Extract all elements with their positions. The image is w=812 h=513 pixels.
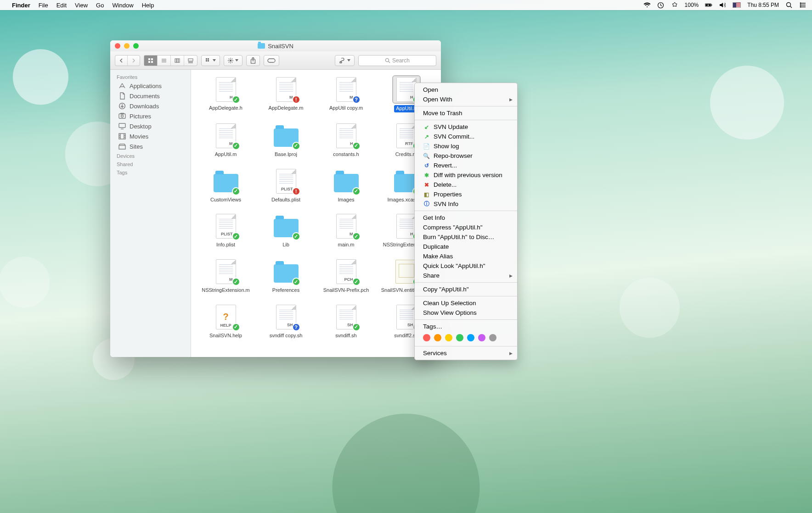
file-item[interactable]: PLIST!Defaults.plist [256, 168, 316, 203]
window-titlebar[interactable]: SnailSVN [110, 40, 441, 51]
svg-line-37 [232, 58, 233, 59]
sidebar-item-sites[interactable]: Sites [110, 141, 191, 151]
context-menu-item[interactable]: Open With [415, 95, 517, 104]
menubar-window[interactable]: Window [112, 2, 133, 9]
context-menu-item[interactable]: Burn "AppUtil.h" to Disc… [415, 232, 517, 242]
context-menu-item[interactable]: Get Info [415, 213, 517, 223]
sidebar-item-pictures[interactable]: Pictures [110, 111, 191, 121]
file-item[interactable]: ✓Images [316, 168, 376, 203]
arrange-dropdown[interactable] [201, 55, 220, 66]
menubar-app-name[interactable]: Finder [12, 2, 30, 9]
context-menu-item[interactable]: Make Alias [415, 251, 517, 261]
view-list-button[interactable] [158, 56, 171, 66]
tags-button[interactable] [264, 55, 279, 66]
input-source-flag-icon[interactable] [733, 2, 741, 8]
context-menu-item[interactable]: Clean Up Selection [415, 298, 517, 308]
sidebar-item-desktop[interactable]: Desktop [110, 121, 191, 131]
context-menu-item[interactable]: Open [415, 85, 517, 95]
context-menu-svn-item[interactable]: ✖Delete... [415, 180, 517, 190]
nav-back-button[interactable] [115, 56, 128, 66]
tag-color-dot[interactable] [423, 334, 430, 341]
context-menu-svn-item[interactable]: ↺Revert... [415, 161, 517, 170]
file-item[interactable]: H✓constants.h [316, 123, 376, 158]
menubar-extra-icon[interactable] [671, 1, 678, 9]
share-button[interactable] [246, 55, 260, 66]
view-coverflow-button[interactable] [184, 56, 197, 66]
tag-color-dot[interactable] [434, 334, 441, 341]
nav-back-forward [115, 55, 140, 66]
minimize-window-button[interactable] [124, 43, 130, 49]
svg-rect-44 [119, 114, 125, 118]
context-menu-svn-item[interactable]: ⓘSVN Info [415, 199, 517, 209]
battery-icon[interactable] [705, 1, 712, 9]
context-menu-item[interactable]: Show View Options [415, 308, 517, 318]
tag-color-dot[interactable] [456, 334, 463, 341]
context-menu-svn-item[interactable]: ◧Properties [415, 190, 517, 199]
file-item[interactable]: M✓NSStringExtension.m [196, 258, 256, 294]
timemachine-icon[interactable] [657, 1, 665, 9]
tag-color-dot[interactable] [445, 334, 452, 341]
file-item[interactable]: ?HELP✓SnailSVN.help [196, 304, 256, 339]
nav-forward-button[interactable] [128, 56, 140, 66]
svn-action-icon: ↗ [423, 133, 430, 140]
zoom-window-button[interactable] [133, 43, 139, 49]
sidebar-item-label: Applications [130, 83, 162, 89]
close-window-button[interactable] [115, 43, 120, 49]
context-menu-item[interactable]: Duplicate [415, 242, 517, 251]
search-field[interactable]: Search [358, 55, 436, 66]
context-menu-item[interactable]: Share [415, 271, 517, 280]
tag-color-dot[interactable] [478, 334, 485, 341]
view-icon-button[interactable] [144, 56, 158, 66]
context-menu-item[interactable]: Services [415, 348, 517, 358]
tag-color-dot[interactable] [467, 334, 474, 341]
action-dropdown[interactable] [224, 55, 242, 66]
tag-color-dot[interactable] [489, 334, 496, 341]
menubar-help[interactable]: Help [142, 2, 154, 9]
context-menu-svn-item[interactable]: ↙SVN Update [415, 122, 517, 132]
snailsvn-toolbar-dropdown[interactable] [335, 55, 355, 66]
file-item[interactable]: ✓CustomViews [196, 168, 256, 203]
file-item[interactable]: M?AppUtil copy.m [316, 76, 376, 112]
file-label: Base.lproj [275, 151, 297, 158]
menubar-edit[interactable]: Edit [56, 2, 67, 9]
context-menu-item[interactable]: Compress "AppUtil.h" [415, 223, 517, 232]
context-menu-svn-item[interactable]: 🔍Repo-browser [415, 151, 517, 161]
context-menu-svn-item[interactable]: 📄Show log [415, 141, 517, 151]
menubar-go[interactable]: Go [96, 2, 104, 9]
svg-rect-15 [151, 61, 153, 63]
sidebar-item-downloads[interactable]: Downloads [110, 101, 191, 111]
volume-icon[interactable] [719, 1, 726, 9]
context-menu-svn-item[interactable]: ✱Diff with previous version [415, 170, 517, 180]
file-item[interactable]: M✓AppUtil.m [196, 123, 256, 158]
context-menu-svn-item[interactable]: ↗SVN Commit... [415, 132, 517, 141]
battery-percent[interactable]: 100% [685, 2, 699, 8]
menubar-file[interactable]: File [39, 2, 48, 9]
context-menu-item[interactable]: Quick Look "AppUtil.h" [415, 261, 517, 271]
context-menu-tags[interactable]: Tags… [415, 322, 517, 331]
file-item[interactable]: SH✓svndiff.sh [316, 304, 376, 339]
sidebar-item-applications[interactable]: Applications [110, 81, 191, 91]
context-menu-item[interactable]: Move to Trash [415, 108, 517, 118]
file-item[interactable]: ✓Preferences [256, 258, 316, 294]
file-item[interactable]: M!AppDelegate.m [256, 76, 316, 112]
folder-icon: ✓ [213, 168, 239, 195]
file-item[interactable]: H✓AppDelegate.h [196, 76, 256, 112]
file-item[interactable]: PLIST✓Info.plist [196, 213, 256, 248]
view-column-button[interactable] [171, 56, 184, 66]
context-menu-item[interactable]: Copy "AppUtil.h" [415, 284, 517, 294]
file-item[interactable]: PCH✓SnailSVN-Prefix.pch [316, 258, 376, 294]
wifi-icon[interactable] [643, 1, 651, 9]
finder-icon-grid[interactable]: H✓AppDelegate.hM!AppDelegate.mM?AppUtil … [191, 70, 441, 357]
menubar-view[interactable]: View [75, 2, 88, 9]
sidebar-item-documents[interactable]: Documents [110, 91, 191, 101]
file-item[interactable]: M✓main.m [316, 213, 376, 248]
file-item[interactable]: ✓Base.lproj [256, 123, 316, 158]
spotlight-icon[interactable] [785, 1, 793, 9]
menubar-clock[interactable]: Thu 8:55 PM [747, 2, 779, 8]
file-item[interactable]: SH?svndiff copy.sh [256, 304, 316, 339]
file-item[interactable]: ✓Lib [256, 213, 316, 248]
search-placeholder: Search [392, 57, 410, 64]
doc-icon: PLIST✓ [213, 213, 239, 240]
sidebar-item-movies[interactable]: Movies [110, 131, 191, 141]
notification-center-icon[interactable] [799, 1, 806, 9]
